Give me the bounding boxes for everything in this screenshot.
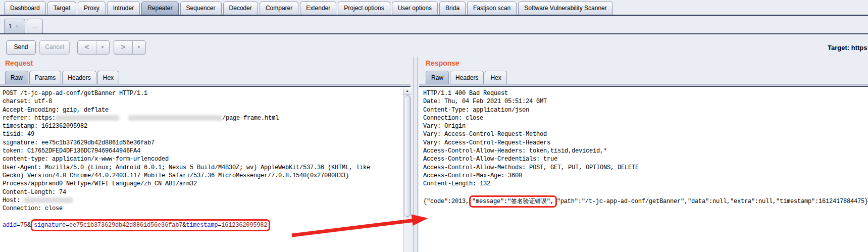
tab-intruder[interactable]: Intruder xyxy=(107,2,140,15)
code-segment: HTTP/1.1 400 Bad Request xyxy=(423,90,508,97)
send-button[interactable]: Send xyxy=(6,40,36,55)
request-tab-params[interactable]: Params xyxy=(29,71,61,84)
request-editor[interactable]: POST /t-jc-app-ad-conf/getBanner HTTP/1.… xyxy=(0,87,403,252)
redacted-text xyxy=(24,197,73,203)
redacted-text xyxy=(56,115,119,121)
code-segment: token: C17652DFED4DF136DC79469644946FA4 xyxy=(3,147,140,155)
tab-extender[interactable]: Extender xyxy=(300,2,336,15)
response-tab-hex[interactable]: Hex xyxy=(485,71,506,84)
request-scrollbar[interactable]: ▲ xyxy=(403,87,411,252)
tab-project-options[interactable]: Project options xyxy=(338,2,390,15)
code-line: {"code":2013,"message":"签名验证错误","path":"… xyxy=(423,197,868,205)
previous-request-button[interactable]: < ▼ xyxy=(77,40,110,55)
request-tab-hex[interactable]: Hex xyxy=(97,71,119,84)
code-line: Connection: close xyxy=(3,205,403,213)
code-segment: Content-Length: 132 xyxy=(423,180,490,187)
tab-sequencer[interactable]: Sequencer xyxy=(180,2,222,15)
code-segment: Access-Control-Max-Age: 3600 xyxy=(423,172,522,179)
code-segment: {"code":2013, xyxy=(423,198,469,205)
forward-dropdown-icon[interactable]: ▼ xyxy=(133,41,145,54)
code-segment: Host: xyxy=(3,197,24,204)
tab-dashboard[interactable]: Dashboard xyxy=(4,2,46,15)
code-segment: timestamp: 1612362095982 xyxy=(3,123,87,130)
code-segment: tisid: 49 xyxy=(3,131,34,138)
code-line: token: C17652DFED4DF136DC79469644946FA4 xyxy=(3,147,403,156)
code-segment: Vary: Access-Control-Request-Headers xyxy=(423,139,550,146)
session-tab-underline xyxy=(0,33,868,34)
tab-software-vulnerability-scanner[interactable]: Software Vulnerability Scanner xyxy=(518,2,613,15)
tab-comparer[interactable]: Comparer xyxy=(260,2,298,15)
response-tab-raw[interactable]: Raw xyxy=(426,71,449,84)
code-segment: signature xyxy=(34,222,66,229)
code-line: Vary: Origin xyxy=(423,123,868,131)
code-segment: content-type: application/x-www-form-url… xyxy=(3,156,169,163)
response-panel-title: Response xyxy=(426,59,459,67)
code-line: Content-Type: application/json xyxy=(423,107,868,115)
code-segment: Date: Thu, 04 Feb 2021 05:51:24 GMT xyxy=(423,98,547,105)
code-segment: Content-Type: application/json xyxy=(423,107,529,114)
code-segment: Gecko) Version/4.0 Chrome/44.0.2403.117 … xyxy=(3,172,349,179)
tab-repeater[interactable]: Repeater xyxy=(141,2,178,15)
code-segment: "path":"/t-jc-app-ad-conf/getBanner","da… xyxy=(557,198,868,205)
tab-fastjson-scan[interactable]: Fastjson scan xyxy=(467,2,517,15)
code-segment: timestamp xyxy=(186,222,218,229)
code-segment: Vary: Origin xyxy=(423,123,466,130)
forward-arrow-icon[interactable]: > xyxy=(114,41,133,54)
code-segment: adid xyxy=(3,222,17,229)
code-segment: Accept-Encoding: gzip, deflate xyxy=(3,107,109,114)
request-tab-raw[interactable]: Raw xyxy=(5,71,28,84)
code-segment: charset: utf-8 xyxy=(3,98,52,105)
scroll-up-icon[interactable]: ▲ xyxy=(403,87,411,95)
scrollbar-thumb[interactable] xyxy=(404,95,411,217)
tab-user-options[interactable]: User options xyxy=(392,2,438,15)
response-viewer[interactable]: HTTP/1.1 400 Bad RequestDate: Thu, 04 Fe… xyxy=(419,87,868,252)
back-dropdown-icon[interactable]: ▼ xyxy=(96,41,109,54)
code-segment: Content-Length: 74 xyxy=(3,189,66,196)
code-line: timestamp: 1612362095982 xyxy=(3,123,403,131)
close-tab-icon[interactable]: × xyxy=(16,24,19,29)
code-line: Access-Control-Allow-Credentials: true xyxy=(423,156,868,164)
tab-brida[interactable]: Brida xyxy=(439,2,466,15)
cancel-button[interactable]: Cancel xyxy=(39,40,70,55)
code-line: Vary: Access-Control-Request-Headers xyxy=(423,139,868,147)
code-line: Process/appbrand0 NetType/WIFI Language/… xyxy=(3,180,403,188)
code-segment: signature: ee75c1b373629db42d8861d56e36f… xyxy=(3,139,155,146)
request-tab-headers[interactable]: Headers xyxy=(62,71,96,84)
code-line: Date: Thu, 04 Feb 2021 05:51:24 GMT xyxy=(423,98,868,106)
session-tab-overflow[interactable]: ... xyxy=(27,19,43,33)
annotation-box: "message":"签名验证错误", xyxy=(469,195,557,208)
code-segment: POST /t-jc-app-ad-conf/getBanner HTTP/1.… xyxy=(3,90,147,97)
annotation-box: signature=ee75c1b373629db42d8861d56e36fa… xyxy=(31,219,270,231)
code-segment: 1612362095982 xyxy=(221,222,267,229)
code-line: charset: utf-8 xyxy=(3,98,403,106)
tab-proxy[interactable]: Proxy xyxy=(78,2,106,15)
code-segment: "message":"签名验证错误", xyxy=(472,198,554,205)
panel-splitter[interactable] xyxy=(413,57,418,252)
code-line: tisid: 49 xyxy=(3,131,403,139)
next-request-button[interactable]: > ▼ xyxy=(114,40,146,55)
main-tab-bar: DashboardTargetProxyIntruderRepeaterSequ… xyxy=(4,2,613,15)
code-segment: User-Agent: Mozilla/5.0 (Linux; Android … xyxy=(3,164,370,171)
request-panel-title: Request xyxy=(5,59,33,67)
back-arrow-icon[interactable]: < xyxy=(78,41,96,54)
code-line: content-type: application/x-www-form-url… xyxy=(3,156,403,164)
code-line: Host: xyxy=(3,197,403,205)
tab-target[interactable]: Target xyxy=(47,2,76,15)
code-line: Gecko) Version/4.0 Chrome/44.0.2403.117 … xyxy=(3,172,403,180)
code-segment: Vary: Access-Control-Request-Method xyxy=(423,131,547,138)
response-view-tabs: RawHeadersHex xyxy=(426,71,507,84)
code-segment: Access-Control-Allow-Headers: token,tisi… xyxy=(423,147,607,155)
tab-decoder[interactable]: Decoder xyxy=(223,2,258,15)
code-line: HTTP/1.1 400 Bad Request xyxy=(423,90,868,98)
session-tab-1[interactable]: 1 × xyxy=(4,19,25,33)
code-line: referer: https:/page-frame.html xyxy=(3,115,403,123)
code-line: Connection: close xyxy=(423,115,868,123)
code-segment: /page-frame.html xyxy=(222,115,279,122)
redacted-text xyxy=(128,115,222,121)
code-line: Accept-Encoding: gzip, deflate xyxy=(3,107,403,115)
response-tab-headers[interactable]: Headers xyxy=(450,71,484,84)
code-segment: referer: https: xyxy=(3,115,56,122)
code-segment: Access-Control-Allow-Credentials: true xyxy=(423,156,557,163)
code-segment: Connection: close xyxy=(3,205,63,212)
code-segment: = xyxy=(17,222,20,229)
